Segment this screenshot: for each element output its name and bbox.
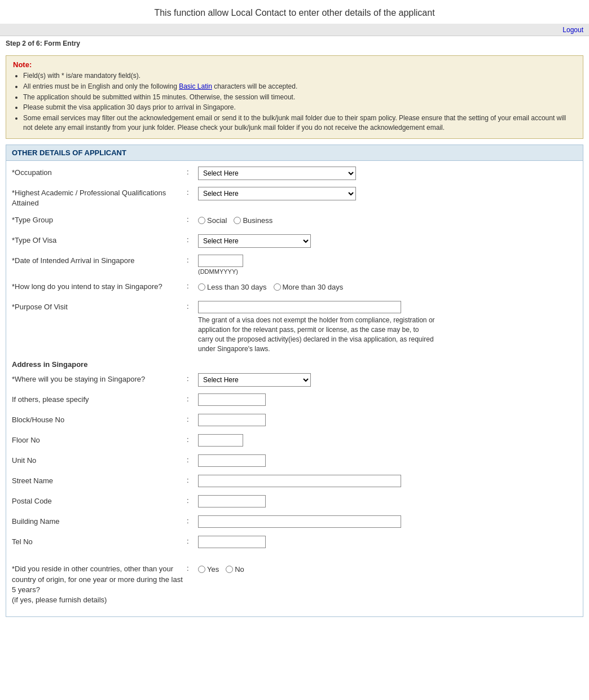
where-staying-select[interactable]: Select Here xyxy=(198,373,311,387)
note-item-1: Field(s) with * is/are mandatory field(s… xyxy=(23,71,576,81)
step-label: Step 2 of 6: Form Entry xyxy=(0,36,589,51)
if-others-control xyxy=(198,392,577,406)
tel-no-label: Tel No xyxy=(12,535,187,547)
tel-no-control xyxy=(198,535,577,548)
note-item-2: All entries must be in English and only … xyxy=(23,82,576,91)
visa-type-select[interactable]: Select Here xyxy=(198,234,311,248)
stay-less-label[interactable]: Less than 30 days xyxy=(198,283,267,291)
type-group-business-label[interactable]: Business xyxy=(234,216,272,225)
note-item-4: Please submit the visa application 30 da… xyxy=(23,103,576,112)
type-group-row: *Type Group : Social Business xyxy=(12,213,577,229)
postal-code-label: Postal Code xyxy=(12,494,187,506)
qualification-row: *Highest Academic / Professional Qualifi… xyxy=(12,186,577,208)
type-group-social-label[interactable]: Social xyxy=(198,216,227,225)
date-hint: (DDMMYYYY) xyxy=(198,268,577,275)
reside-other-label: *Did you reside in other countries, othe… xyxy=(12,562,187,605)
street-name-label: Street Name xyxy=(12,474,187,486)
stay-more-radio[interactable] xyxy=(274,283,281,291)
arrival-date-input[interactable] xyxy=(198,255,243,267)
type-group-business-text: Business xyxy=(243,216,272,225)
building-name-label: Building Name xyxy=(12,514,187,527)
stay-less-text: Less than 30 days xyxy=(207,283,267,291)
stay-more-text: More than 30 days xyxy=(283,283,344,291)
occupation-control: Select Here xyxy=(198,165,577,180)
where-staying-row: *Where will you be staying in Singapore?… xyxy=(12,372,577,388)
purpose-disclaimer: The grant of a visa does not exempt the … xyxy=(198,316,435,353)
note-item-3: The application should be submitted with… xyxy=(23,93,576,102)
block-house-label: Block/House No xyxy=(12,413,187,425)
reside-other-label-text: *Did you reside in other countries, othe… xyxy=(12,565,183,604)
floor-no-label: Floor No xyxy=(12,433,187,445)
purpose-label: *Purpose Of Visit xyxy=(12,300,187,312)
form-area: *Occupation : Select Here *Highest Acade… xyxy=(6,161,583,617)
floor-no-row: Floor No : xyxy=(12,433,577,449)
purpose-control: The grant of a visa does not exempt the … xyxy=(198,300,577,353)
block-house-control xyxy=(198,413,577,426)
stay-duration-control: Less than 30 days More than 30 days xyxy=(198,279,577,291)
page-title: This function allow Local Contact to ent… xyxy=(0,0,589,24)
postal-code-input[interactable] xyxy=(198,495,266,508)
section-header: OTHER DETAILS OF APPLICANT xyxy=(6,145,583,161)
unit-no-label: Unit No xyxy=(12,453,187,466)
purpose-row: *Purpose Of Visit : The grant of a visa … xyxy=(12,300,577,353)
purpose-input[interactable] xyxy=(198,301,401,313)
occupation-select[interactable]: Select Here xyxy=(198,167,356,180)
type-group-social-text: Social xyxy=(207,216,227,225)
postal-code-row: Postal Code : xyxy=(12,494,577,510)
where-staying-control: Select Here xyxy=(198,372,577,387)
type-group-business-radio[interactable] xyxy=(234,217,241,224)
where-staying-label: *Where will you be staying in Singapore? xyxy=(12,372,187,384)
top-bar: Logout xyxy=(0,24,589,36)
qualification-control: Select Here xyxy=(198,186,577,200)
occupation-label: *Occupation xyxy=(12,165,187,178)
type-group-social-radio[interactable] xyxy=(198,217,205,224)
stay-duration-radio-group: Less than 30 days More than 30 days xyxy=(198,281,577,291)
reside-other-row: *Did you reside in other countries, othe… xyxy=(12,562,577,605)
postal-code-control xyxy=(198,494,577,508)
basic-latin-link[interactable]: Basic Latin xyxy=(179,82,212,90)
block-house-row: Block/House No : xyxy=(12,413,577,428)
reside-yes-text: Yes xyxy=(207,565,219,574)
visa-type-row: *Type Of Visa : Select Here xyxy=(12,233,577,249)
unit-no-input[interactable] xyxy=(198,454,266,467)
building-name-row: Building Name : xyxy=(12,514,577,530)
stay-less-radio[interactable] xyxy=(198,283,205,291)
qualification-select[interactable]: Select Here xyxy=(198,187,356,200)
if-others-row: If others, please specify : xyxy=(12,392,577,408)
logout-link[interactable]: Logout xyxy=(562,26,583,34)
tel-no-input[interactable] xyxy=(198,536,266,548)
street-name-row: Street Name : xyxy=(12,474,577,489)
reside-no-text: No xyxy=(235,565,244,574)
stay-duration-row: *How long do you intend to stay in Singa… xyxy=(12,279,577,295)
address-header: Address in Singapore xyxy=(12,360,577,369)
visa-type-label: *Type Of Visa xyxy=(12,233,187,246)
block-house-input[interactable] xyxy=(198,414,266,426)
type-group-radio-group: Social Business xyxy=(198,214,577,225)
type-group-control: Social Business xyxy=(198,213,577,225)
reside-no-radio[interactable] xyxy=(226,566,233,573)
reside-other-control: Yes No xyxy=(198,562,577,574)
street-name-input[interactable] xyxy=(198,475,401,487)
reside-yes-radio[interactable] xyxy=(198,566,205,573)
note-box: Note: Field(s) with * is/are mandatory f… xyxy=(6,55,583,139)
type-group-label: *Type Group xyxy=(12,213,187,225)
arrival-date-control: (DDMMYYYY) xyxy=(198,253,577,275)
reside-yes-label[interactable]: Yes xyxy=(198,565,219,574)
unit-no-control xyxy=(198,453,577,467)
note-title: Note: xyxy=(13,60,576,69)
qualification-label: *Highest Academic / Professional Qualifi… xyxy=(12,186,187,208)
street-name-control xyxy=(198,474,577,487)
if-others-input[interactable] xyxy=(198,393,266,406)
reside-no-label[interactable]: No xyxy=(226,565,244,574)
stay-duration-label: *How long do you intend to stay in Singa… xyxy=(12,279,187,292)
building-name-input[interactable] xyxy=(198,515,401,528)
tel-no-row: Tel No : xyxy=(12,535,577,550)
visa-type-control: Select Here xyxy=(198,233,577,248)
stay-more-label[interactable]: More than 30 days xyxy=(274,283,344,291)
if-others-label: If others, please specify xyxy=(12,392,187,405)
arrival-date-row: *Date of Intended Arrival in Singapore :… xyxy=(12,253,577,275)
floor-no-input[interactable] xyxy=(198,434,243,447)
building-name-control xyxy=(198,514,577,528)
arrival-date-label: *Date of Intended Arrival in Singapore xyxy=(12,253,187,266)
note-list: Field(s) with * is/are mandatory field(s… xyxy=(13,71,576,133)
